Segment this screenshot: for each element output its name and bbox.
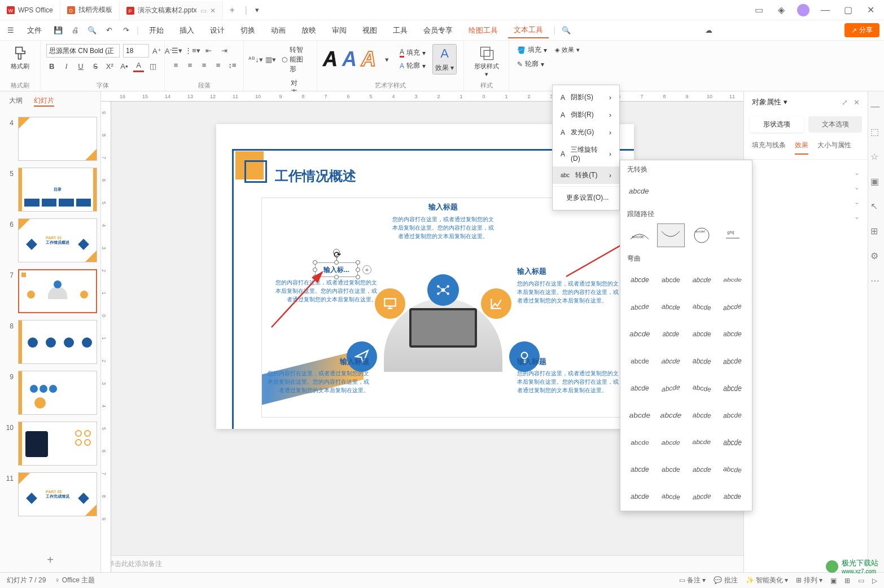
- transform-warp-5[interactable]: abcde: [626, 295, 654, 319]
- prop-row-4[interactable]: ⌄: [744, 209, 868, 224]
- text-direction-icon[interactable]: ᴬᴮ↓▾: [250, 54, 262, 66]
- transform-warp-36[interactable]: abcde: [719, 485, 746, 508]
- underline-icon[interactable]: U: [75, 60, 86, 72]
- transform-warp-22[interactable]: abcde: [657, 403, 685, 427]
- bold-icon[interactable]: B: [46, 60, 58, 72]
- shape-fill-button[interactable]: 🪣填充▾: [515, 44, 549, 56]
- menu-design[interactable]: 设计: [204, 23, 230, 38]
- notes-btn[interactable]: ▭ 备注 ▾: [679, 576, 706, 585]
- align-right-icon[interactable]: ≡: [199, 59, 209, 71]
- pointer-icon[interactable]: ↖: [870, 201, 882, 212]
- transform-warp-17[interactable]: abcde: [626, 376, 654, 400]
- transform-warp-33[interactable]: abcde: [626, 485, 654, 508]
- transform-none[interactable]: abcde: [626, 179, 746, 203]
- menu-transition[interactable]: 切换: [235, 23, 261, 38]
- align-justify-icon[interactable]: ≡: [213, 59, 224, 71]
- close-tab-icon[interactable]: ✕: [210, 7, 216, 15]
- share-button[interactable]: ↗ 分享: [844, 23, 879, 37]
- redo-icon[interactable]: ↷: [120, 24, 132, 37]
- style-icon[interactable]: ⬚: [870, 126, 882, 138]
- highlight-icon[interactable]: A▪: [119, 60, 130, 72]
- shape-effect-button[interactable]: ◈效果▾: [553, 45, 582, 55]
- transform-warp-4[interactable]: abcde: [719, 268, 746, 292]
- menu-animation[interactable]: 动画: [265, 23, 291, 38]
- transform-path-2[interactable]: [657, 223, 685, 247]
- grid-icon[interactable]: ⊞: [870, 226, 882, 237]
- numbering-icon[interactable]: ⋮≡▾: [186, 44, 199, 56]
- app-tab-wps[interactable]: W WPS Office: [0, 1, 60, 19]
- text-options-tab[interactable]: 文本选项: [808, 116, 863, 133]
- shadow-menu-item[interactable]: A阴影(S)›: [553, 89, 619, 106]
- slide-thumb-4[interactable]: 4: [2, 116, 98, 162]
- cube-icon[interactable]: ◈: [774, 3, 788, 17]
- save-icon[interactable]: 💾: [52, 24, 64, 37]
- reflection-menu-item[interactable]: A倒影(R)›: [553, 106, 619, 124]
- menu-member[interactable]: 会员专享: [418, 23, 458, 38]
- slide-thumb-9[interactable]: 9: [2, 370, 98, 416]
- transform-path-4[interactable]: ghij: [719, 223, 746, 247]
- transform-warp-6[interactable]: abcde: [657, 295, 685, 319]
- comment-btn[interactable]: 💬 批注: [714, 576, 737, 585]
- transform-warp-15[interactable]: abcde: [688, 349, 716, 373]
- notes-area[interactable]: 单击此处添加备注: [101, 555, 743, 572]
- menu-icon[interactable]: ☰: [5, 24, 17, 37]
- view-reading-icon[interactable]: ▭: [858, 577, 864, 585]
- outline-tab[interactable]: 大纲: [9, 96, 23, 107]
- transform-menu-item[interactable]: abc转换(T)›: [553, 166, 619, 184]
- cloud-icon[interactable]: ☁: [702, 24, 715, 37]
- prop-row-2[interactable]: ⌄: [744, 180, 868, 195]
- menu-insert[interactable]: 插入: [174, 23, 200, 38]
- fill-line-subtab[interactable]: 填充与线条: [752, 141, 786, 155]
- transform-warp-20[interactable]: abcde: [719, 376, 746, 400]
- arrange-btn[interactable]: ⊞ 排列 ▾: [796, 576, 822, 585]
- tab-menu-icon[interactable]: ▭: [200, 7, 207, 15]
- superscript-icon[interactable]: X²: [104, 60, 116, 72]
- transform-warp-24[interactable]: abcde: [719, 403, 746, 427]
- transform-warp-10[interactable]: abcde: [657, 322, 685, 346]
- rotate-handle[interactable]: ⟳: [333, 249, 340, 256]
- menu-slideshow[interactable]: 放映: [296, 23, 322, 38]
- box-icon[interactable]: ▭: [752, 3, 765, 17]
- collapse-icon[interactable]: —: [870, 102, 882, 113]
- text-fill-button[interactable]: A填充▾: [397, 47, 428, 59]
- transform-warp-28[interactable]: abcde: [719, 431, 746, 454]
- tab-list-icon[interactable]: ▾: [251, 4, 263, 16]
- transform-warp-7[interactable]: abcde: [688, 295, 716, 319]
- view-slideshow-icon[interactable]: ▷: [872, 577, 877, 585]
- transform-warp-1[interactable]: abcde: [626, 268, 654, 292]
- star-icon[interactable]: ☆: [870, 151, 882, 163]
- transform-warp-27[interactable]: abcde: [688, 431, 716, 454]
- menu-view[interactable]: 视图: [357, 23, 383, 38]
- new-tab-button[interactable]: +: [223, 5, 242, 15]
- menu-tools[interactable]: 工具: [387, 23, 413, 38]
- user-avatar[interactable]: [797, 4, 809, 16]
- file-menu[interactable]: 文件: [21, 23, 47, 38]
- minimize-icon[interactable]: —: [819, 3, 832, 17]
- slide-thumb-8[interactable]: 8: [2, 319, 98, 365]
- wordart-style-3[interactable]: A: [361, 47, 376, 71]
- glow-menu-item[interactable]: A发光(G)›: [553, 124, 619, 141]
- transform-warp-23[interactable]: abcde: [688, 403, 716, 427]
- view-sorter-icon[interactable]: ⊞: [844, 577, 850, 585]
- transform-warp-12[interactable]: abcde: [719, 322, 746, 346]
- slide-thumb-10[interactable]: 10: [2, 420, 98, 467]
- increase-font-icon[interactable]: A⁺: [152, 45, 161, 57]
- slide-thumb-5[interactable]: 5目录: [2, 166, 98, 213]
- wordart-style-1[interactable]: A: [323, 47, 338, 71]
- menu-review[interactable]: 审阅: [326, 23, 352, 38]
- line-spacing-icon[interactable]: ↕≡: [227, 59, 238, 71]
- slide-thumb-11[interactable]: 11PART 03工作完成情况: [2, 471, 98, 517]
- menu-text-tools[interactable]: 文本工具: [508, 23, 549, 38]
- transform-warp-11[interactable]: abcde: [688, 322, 716, 346]
- transform-warp-29[interactable]: abcde: [626, 458, 654, 481]
- preview-icon[interactable]: 🔍: [86, 24, 98, 37]
- transform-warp-14[interactable]: abcde: [657, 349, 685, 373]
- transform-warp-13[interactable]: abcde: [626, 349, 654, 373]
- smart-shape-button[interactable]: ⬡ 转智能图形: [279, 44, 311, 75]
- font-size-select[interactable]: [123, 44, 149, 58]
- selected-textbox[interactable]: ⟳ 输入标... +: [315, 262, 358, 277]
- columns-icon[interactable]: ▥▾: [265, 54, 276, 66]
- slides-tab[interactable]: 幻灯片: [34, 96, 54, 107]
- text-outline-button[interactable]: A轮廓▾: [397, 60, 428, 72]
- app-tab-document[interactable]: P 演示文稿素材2.pptx ▭ ✕: [120, 1, 223, 19]
